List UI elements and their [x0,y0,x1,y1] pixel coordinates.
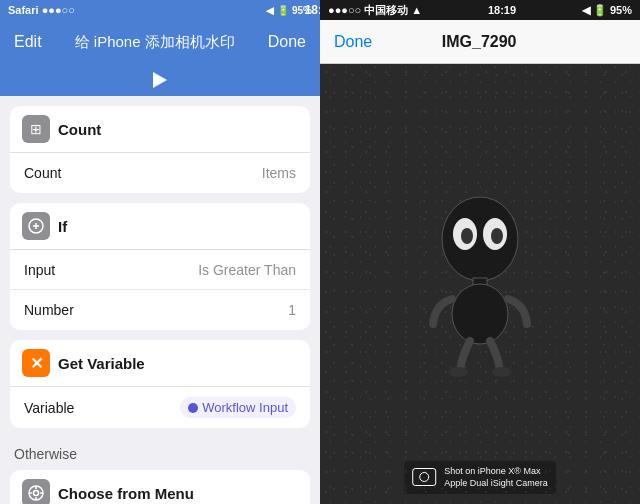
right-battery: ◀ 🔋 95% [582,4,632,17]
if-header: If [10,203,310,250]
if-input-label: Input [24,262,55,278]
count-icon: ⊞ [22,115,50,143]
carrier-info: Safari ●●●○○ [8,4,75,16]
if-number-value: 1 [288,302,296,318]
choose-menu-title: Choose from Menu [58,485,194,502]
left-nav-bar: Edit 给 iPhone 添加相机水印 Done [0,20,320,64]
safari-label: Safari ●●●○○ [8,4,75,16]
done-button-right[interactable]: Done [334,33,372,51]
right-panel: ●●●○○ 中国移动 ▲ 18:19 ◀ 🔋 95% Done IMG_7290 [320,0,640,504]
if-block: If Input Is Greater Than Number 1 [10,203,310,330]
workflow-input-text: Workflow Input [202,400,288,415]
camera-lens [419,472,429,482]
shot-on-line1: Shot on iPhone X® Max [444,465,548,478]
left-panel: Safari ●●●○○ 18:16 ◀ 🔋 95% Edit 给 iPhone… [0,0,320,504]
count-header: ⊞ Count [10,106,310,153]
camera-icon [412,468,436,486]
if-number-row[interactable]: Number 1 [10,290,310,330]
choose-menu-icon [22,479,50,504]
if-input-row[interactable]: Input Is Greater Than [10,250,310,290]
right-nav-bar: Done IMG_7290 [320,20,640,64]
right-carrier: ●●●○○ 中国移动 ▲ [328,3,422,18]
left-status-bar: Safari ●●●○○ 18:16 ◀ 🔋 95% [0,0,320,20]
photo-container: Shot on iPhone X® Max Apple Dual iSight … [320,64,640,504]
right-time: 18:19 [488,4,516,16]
photo-title: IMG_7290 [442,33,517,51]
if-icon [22,212,50,240]
choose-from-menu-block: Choose from Menu Prompt optional 拍照并加水印 [10,470,310,504]
otherwise-section: Otherwise [0,438,320,470]
svg-point-10 [461,228,473,244]
svg-point-2 [34,491,39,496]
count-title: Count [58,121,101,138]
alien-figure [415,184,545,384]
play-button-area[interactable] [0,64,320,96]
svg-point-15 [492,367,512,377]
count-block: ⊞ Count Count Items [10,106,310,193]
get-variable-header: ✕ Get Variable [10,340,310,387]
done-button-left[interactable]: Done [268,33,306,51]
play-icon[interactable] [153,72,167,88]
if-title: If [58,218,67,235]
workflow-dot-icon [188,403,198,413]
choose-menu-header: Choose from Menu [10,470,310,504]
shot-on-text: Shot on iPhone X® Max Apple Dual iSight … [444,465,548,490]
count-row[interactable]: Count Items [10,153,310,193]
svg-point-7 [442,197,518,281]
get-variable-block: ✕ Get Variable Variable Workflow Input [10,340,310,428]
workflow-input-badge: Workflow Input [180,397,296,418]
count-label: Count [24,165,61,181]
count-value: Items [262,165,296,181]
variable-row[interactable]: Variable Workflow Input [10,387,310,428]
content-area: ⊞ Count Count Items If Input [0,96,320,504]
svg-point-14 [448,367,468,377]
right-status-bar: ●●●○○ 中国移动 ▲ 18:19 ◀ 🔋 95% [320,0,640,20]
otherwise-text: Otherwise [14,446,77,462]
variable-label: Variable [24,400,74,416]
svg-point-11 [491,228,503,244]
edit-button[interactable]: Edit [14,33,42,51]
shot-on-line2: Apple Dual iSight Camera [444,477,548,490]
photo-content: Shot on iPhone X® Max Apple Dual iSight … [320,64,640,504]
if-number-label: Number [24,302,74,318]
shot-on-overlay: Shot on iPhone X® Max Apple Dual iSight … [404,461,556,494]
if-input-value: Is Greater Than [198,262,296,278]
workflow-title: 给 iPhone 添加相机水印 [75,33,235,52]
svg-point-13 [452,284,508,344]
time-left: 18:16 [305,3,320,17]
get-variable-icon: ✕ [22,349,50,377]
get-variable-title: Get Variable [58,355,145,372]
